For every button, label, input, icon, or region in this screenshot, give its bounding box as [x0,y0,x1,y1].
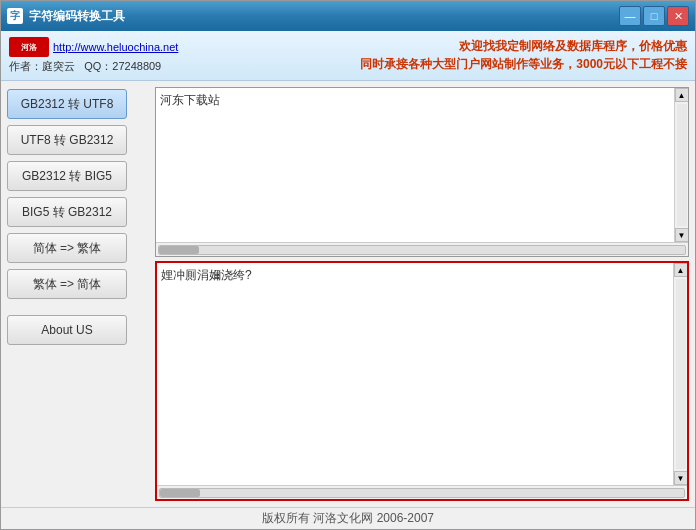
header-ad: 欢迎找我定制网络及数据库程序，价格优惠 同时承接各种大型门户网站制作等业务，30… [186,37,687,73]
window-title: 字符编码转换工具 [29,8,125,25]
button-traditional-simplified[interactable]: 繁体 => 简体 [7,269,127,299]
logo-top: 河洛 http://www.heluochina.net [9,37,178,57]
top-scrollbar-v[interactable]: ▲ ▼ [674,88,688,242]
button-about[interactable]: About US [7,315,127,345]
logo-image: 河洛 [9,37,49,57]
bottom-scroll-h-bar[interactable] [157,485,687,499]
button-gb2312-utf8[interactable]: GB2312 转 UTF8 [7,89,127,119]
right-panel: 河东下载站 ▲ ▼ 娌冲厠涓 [151,81,695,507]
bottom-scroll-track-h[interactable] [159,488,685,498]
bottom-scroll-up-arrow[interactable]: ▲ [674,263,688,277]
close-button[interactable]: ✕ [667,6,689,26]
button-big5-gb2312[interactable]: BIG5 转 GB2312 [7,197,127,227]
status-bar: 版权所有 河洛文化网 2006-2007 [1,507,695,529]
button-gb2312-big5[interactable]: GB2312 转 BIG5 [7,161,127,191]
title-controls: — □ ✕ [619,6,689,26]
top-textarea-content[interactable]: 河东下载站 [156,88,674,242]
bottom-scroll-thumb-h[interactable] [160,489,200,497]
title-bar-left: 字 字符编码转换工具 [7,8,125,25]
bottom-text: 娌冲厠涓嬭浇绔? [161,268,252,282]
status-text: 版权所有 河洛文化网 2006-2007 [262,510,434,527]
top-textarea-wrapper: 河东下载站 ▲ ▼ [155,87,689,257]
site-url[interactable]: http://www.heluochina.net [53,41,178,53]
ad-line2: 同时承接各种大型门户网站制作等业务，3000元以下工程不接 [186,55,687,73]
main-window: 字 字符编码转换工具 — □ ✕ 河洛 http://www.heluochin… [0,0,696,530]
app-icon: 字 [7,8,23,24]
scroll-down-arrow[interactable]: ▼ [675,228,689,242]
top-text: 河东下载站 [160,93,220,107]
button-simplified-traditional[interactable]: 简体 => 繁体 [7,233,127,263]
author-label: 作者： [9,60,42,72]
ad-line1: 欢迎找我定制网络及数据库程序，价格优惠 [186,37,687,55]
header-logo: 河洛 http://www.heluochina.net 作者：庭突云 QQ：2… [9,37,178,74]
top-scroll-thumb-h[interactable] [159,246,199,254]
scroll-up-arrow[interactable]: ▲ [675,88,689,102]
bottom-scroll-track-v[interactable] [676,279,686,469]
minimize-button[interactable]: — [619,6,641,26]
button-utf8-gb2312[interactable]: UTF8 转 GB2312 [7,125,127,155]
top-scroll-track-h[interactable] [158,245,686,255]
bottom-scroll-down-arrow[interactable]: ▼ [674,471,688,485]
bottom-textarea-wrapper: 娌冲厠涓嬭浇绔? ▲ ▼ [155,261,689,501]
bottom-textarea-content[interactable]: 娌冲厠涓嬭浇绔? [157,263,673,485]
author-info: 作者：庭突云 QQ：27248809 [9,59,178,74]
scroll-track-v[interactable] [677,104,687,226]
title-bar: 字 字符编码转换工具 — □ ✕ [1,1,695,31]
qq-number: 27248809 [112,60,161,72]
top-textarea-inner: 河东下载站 ▲ ▼ [156,88,688,242]
author-name: 庭突云 [42,60,75,72]
qq-label: QQ： [84,60,112,72]
bottom-scrollbar-v[interactable]: ▲ ▼ [673,263,687,485]
left-panel: GB2312 转 UTF8UTF8 转 GB2312GB2312 转 BIG5B… [1,81,151,507]
maximize-button[interactable]: □ [643,6,665,26]
button-spacer [7,305,145,309]
header: 河洛 http://www.heluochina.net 作者：庭突云 QQ：2… [1,31,695,81]
bottom-textarea-inner: 娌冲厠涓嬭浇绔? ▲ ▼ [157,263,687,485]
main-content: GB2312 转 UTF8UTF8 转 GB2312GB2312 转 BIG5B… [1,81,695,507]
top-scroll-h-bar[interactable] [156,242,688,256]
